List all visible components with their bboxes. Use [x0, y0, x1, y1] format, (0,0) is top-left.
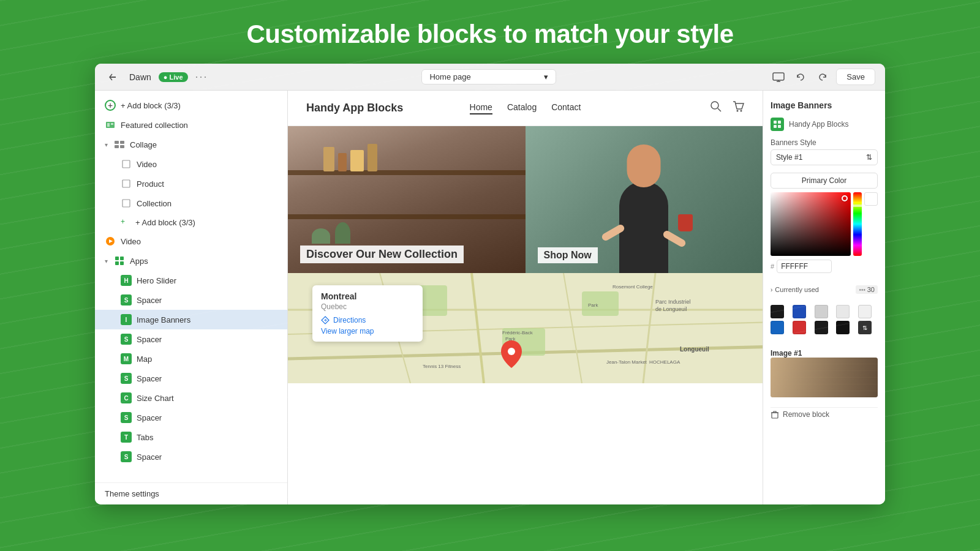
- sidebar-item-spacer4[interactable]: S Spacer: [95, 408, 287, 427]
- chevron-right-icon: ›: [771, 287, 772, 293]
- banner-right-overlay: Shop Now: [538, 247, 598, 263]
- theme-settings-link[interactable]: Theme settings: [95, 482, 287, 504]
- undo-button[interactable]: [792, 69, 809, 86]
- sidebar-item-apps[interactable]: Apps: [95, 251, 287, 271]
- svg-text:Longueuil: Longueuil: [680, 346, 709, 353]
- svg-text:de Longueuil: de Longueuil: [655, 306, 687, 312]
- sidebar-item-image-banners[interactable]: I Image Banners: [95, 310, 287, 329]
- url-bar: Home page ▾: [216, 69, 763, 84]
- svg-rect-9: [123, 160, 130, 168]
- svg-rect-3: [107, 123, 110, 127]
- hex-input[interactable]: FFFFFF: [777, 260, 832, 273]
- swatch-2[interactable]: [815, 305, 828, 318]
- nav-link-catalog[interactable]: Catalog: [507, 102, 537, 114]
- video-play-icon: [105, 236, 116, 247]
- color-picker-dot[interactable]: [842, 195, 848, 201]
- sidebar-item-spacer3[interactable]: S Spacer: [95, 369, 287, 388]
- swatch-0[interactable]: [771, 305, 784, 318]
- svg-text:Rosemont College: Rosemont College: [612, 284, 653, 290]
- used-count: ••• 30: [856, 285, 878, 294]
- sidebar-item-size-chart[interactable]: C Size Chart: [95, 388, 287, 408]
- nav-link-contact[interactable]: Contact: [551, 102, 581, 114]
- store-nav: Handy App Blocks Home Catalog Contact: [288, 91, 763, 126]
- plus-icon2: +: [121, 217, 130, 227]
- nav-link-home[interactable]: Home: [470, 102, 492, 114]
- sidebar-item-featured-collection[interactable]: Featured collection: [95, 115, 287, 135]
- remove-block-button[interactable]: Remove block: [771, 407, 878, 421]
- monitor-icon[interactable]: [770, 69, 787, 86]
- panel-title: Image Banners: [771, 100, 878, 110]
- image-thumbnail[interactable]: [771, 358, 878, 397]
- panel-app-icon: [771, 118, 784, 131]
- svg-point-38: [508, 348, 515, 355]
- page-selector[interactable]: Home page ▾: [421, 69, 556, 84]
- color-picker[interactable]: [771, 192, 878, 256]
- sidebar-item-spacer5[interactable]: S Spacer: [95, 447, 287, 467]
- sidebar-item-video2[interactable]: Video: [95, 231, 287, 251]
- svg-point-19: [741, 110, 742, 112]
- panel-app-name: Handy App Blocks: [789, 120, 848, 129]
- svg-rect-6: [120, 141, 124, 144]
- map-directions[interactable]: Directions: [321, 316, 414, 324]
- currently-used-label: › Currently used: [771, 286, 819, 293]
- add-block2-button[interactable]: + + Add block (3/3): [95, 213, 287, 231]
- svg-text:HOCHELAGA: HOCHELAGA: [649, 359, 680, 365]
- swatch-9[interactable]: ⇅: [858, 321, 872, 334]
- banners-style-section: Banners Style Style #1 ⇅: [771, 138, 878, 165]
- map-popup: Montreal Quebec Directions View larger m…: [312, 285, 423, 342]
- store-logo: Handy App Blocks: [306, 102, 416, 114]
- map-icon: M: [121, 353, 132, 364]
- currently-used-row: › Currently used ••• 30: [771, 285, 878, 294]
- plus-icon: +: [105, 100, 116, 111]
- svg-text:Frédéric-Back: Frédéric-Back: [502, 330, 533, 335]
- browser-actions: Save: [770, 69, 875, 86]
- svg-rect-13: [115, 257, 119, 260]
- search-icon[interactable]: [710, 100, 722, 116]
- view-larger-map-link[interactable]: View larger map: [321, 327, 414, 335]
- sidebar-item-hero-slider[interactable]: H Hero Slider: [95, 271, 287, 290]
- spectrum-indicator: [852, 204, 863, 207]
- sidebar-item-tabs[interactable]: T Tabs: [95, 427, 287, 447]
- svg-rect-29: [582, 291, 619, 316]
- sidebar-item-spacer2[interactable]: S Spacer: [95, 329, 287, 349]
- swatch-4[interactable]: [858, 305, 872, 318]
- swatch-6[interactable]: [793, 321, 806, 334]
- svg-rect-14: [120, 257, 124, 260]
- save-button[interactable]: Save: [836, 69, 875, 85]
- sidebar-item-product[interactable]: Product: [95, 174, 287, 193]
- map-background: Rosemont College Park Frédéric-Back Park…: [288, 273, 763, 383]
- sidebar-item-video[interactable]: Video: [95, 154, 287, 174]
- map-city: Montreal: [321, 291, 414, 301]
- swatch-8[interactable]: [836, 321, 850, 334]
- swatch-5[interactable]: [771, 321, 784, 334]
- swatch-3[interactable]: [836, 305, 850, 318]
- image-thumb-inner: [771, 358, 878, 397]
- sidebar-item-spacer1[interactable]: S Spacer: [95, 290, 287, 310]
- cart-icon[interactable]: [732, 100, 744, 116]
- svg-rect-4: [111, 123, 113, 125]
- video-bracket-icon: [121, 159, 132, 170]
- map-province: Quebec: [321, 302, 414, 311]
- remove-block-label: Remove block: [783, 410, 829, 419]
- back-button[interactable]: [105, 69, 122, 86]
- hero-slider-icon: H: [121, 275, 132, 286]
- color-spectrum[interactable]: [853, 192, 862, 256]
- svg-rect-46: [778, 125, 781, 128]
- swatch-1[interactable]: [793, 305, 806, 318]
- banner-left-overlay: Discover Our New Collection: [300, 246, 464, 263]
- color-gradient[interactable]: [771, 192, 851, 256]
- spacer1-icon: S: [121, 294, 132, 305]
- apps-collapse-icon: [105, 258, 108, 264]
- svg-rect-11: [123, 200, 130, 207]
- hex-symbol: #: [771, 263, 774, 270]
- style-selector[interactable]: Style #1 ⇅: [771, 149, 878, 165]
- sidebar-item-collage[interactable]: Collage: [95, 135, 287, 154]
- swatch-7[interactable]: [815, 321, 828, 334]
- sidebar-item-collection[interactable]: Collection: [95, 193, 287, 213]
- add-block-button[interactable]: + + Add block (3/3): [95, 96, 287, 115]
- primary-color-section: Primary Color # FFFFFF: [771, 173, 878, 278]
- redo-button[interactable]: [814, 69, 831, 86]
- sidebar-item-map[interactable]: M Map: [95, 349, 287, 369]
- spacer3-icon: S: [121, 373, 132, 384]
- more-options-icon[interactable]: ···: [195, 70, 208, 83]
